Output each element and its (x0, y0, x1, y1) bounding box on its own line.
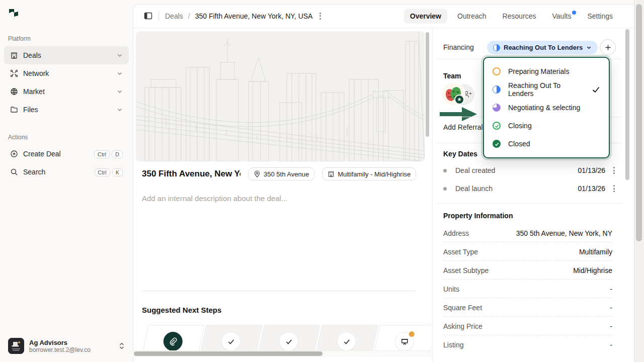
divider (436, 203, 622, 204)
row-options-kebab-icon[interactable] (611, 183, 617, 194)
sidebar-item-label: Deals (23, 51, 41, 59)
menu-item-closed[interactable]: Closed (484, 135, 609, 153)
network-icon (10, 69, 18, 77)
breadcrumb-separator: / (188, 12, 190, 20)
financing-status-dropdown[interactable]: Reaching Out To Lenders (487, 41, 598, 54)
step-4[interactable] (315, 325, 378, 351)
globe-icon (10, 87, 18, 96)
asset-type-badge[interactable]: Multifamily - Mid/Highrise (322, 167, 416, 180)
step-attachments[interactable] (142, 325, 205, 351)
status-check-solid-icon (493, 140, 501, 148)
sidebar-item-label: Files (23, 106, 38, 114)
tab-bar: Overview Outreach Resources Vaults Setti… (404, 4, 619, 28)
easel-icon (400, 337, 409, 346)
sidebar-item-label: Market (23, 87, 45, 96)
sidebar: Platform Deals Network Market Files Acti… (0, 0, 133, 362)
property-row-square-feet: Square Feet- (443, 299, 612, 317)
tab-resources[interactable]: Resources (497, 9, 542, 24)
horizontal-scrollbar-thumb[interactable] (134, 351, 323, 356)
avatar (8, 338, 24, 354)
paperclip-icon (169, 337, 178, 346)
deal-header: Deals / 350 Fifth Avenue, New York, NY, … (133, 4, 634, 28)
plus-circle-icon (10, 150, 18, 158)
menu-item-reaching-out-to-lenders[interactable]: Reaching Out To Lenders (484, 80, 609, 99)
check-icon (227, 338, 234, 345)
row-options-kebab-icon[interactable] (611, 165, 617, 176)
sidebar-item-network[interactable]: Network (4, 64, 129, 82)
user-email: borrower.test.2@lev.co (29, 346, 91, 353)
step-3[interactable] (257, 325, 320, 351)
shortcut-keys: CtrlD (92, 150, 123, 158)
chevron-down-icon (586, 45, 592, 50)
notification-dot (572, 11, 576, 15)
property-row-address: Address350 5th Avenue, New York, NY (443, 224, 612, 242)
key-dates-title: Key Dates (443, 150, 477, 158)
building-icon (10, 51, 18, 59)
deal-title-row: 350 Fifth Avenue, New Yo 350 5th Avenue … (142, 167, 416, 181)
chevrons-up-down-icon (119, 342, 125, 349)
key-date-row: Deal launch 01/13/26 (443, 184, 617, 193)
add-referral-button[interactable]: Add Referral (443, 123, 483, 131)
platform-section-label: Platform (8, 35, 31, 42)
sidebar-toggle-icon[interactable] (144, 12, 152, 20)
check-icon (285, 338, 292, 345)
search-button[interactable]: Search CtrlK (4, 163, 129, 181)
chevron-down-icon (117, 70, 123, 76)
deal-options-kebab-icon[interactable] (317, 11, 323, 22)
next-steps-title: Suggested Next Steps (142, 306, 221, 314)
hero-image (136, 31, 425, 161)
app-logo (7, 7, 20, 20)
sidebar-item-files[interactable]: Files (4, 101, 129, 119)
property-row-asking-price: Asking Price- (443, 317, 612, 335)
chevron-down-icon (117, 88, 123, 95)
main-scrollbar-thumb[interactable] (426, 32, 429, 137)
notification-dot (409, 331, 415, 337)
deal-title[interactable]: 350 Fifth Avenue, New Yo (142, 169, 240, 179)
financing-status-menu: Preparing Materials Reaching Out To Lend… (483, 57, 610, 158)
plus-icon (604, 44, 612, 51)
menu-item-preparing-materials[interactable]: Preparing Materials (484, 62, 609, 80)
property-row-units: Units- (443, 280, 612, 298)
add-button[interactable] (600, 39, 616, 55)
property-row-asset-type: Asset TypeMultifamily (443, 243, 612, 261)
breadcrumb-current: 350 Fifth Avenue, New York, NY, USA (195, 12, 313, 20)
create-deal-label: Create Deal (23, 150, 61, 158)
status-half-circle-icon (493, 44, 500, 51)
step-presentation[interactable] (373, 325, 431, 351)
sidebar-item-market[interactable]: Market (4, 82, 129, 101)
panel-scrollbar-thumb[interactable] (625, 29, 629, 180)
check-icon (343, 338, 350, 345)
status-pie-icon (493, 104, 501, 112)
tab-overview[interactable]: Overview (404, 9, 447, 24)
bullet-dot (443, 169, 447, 172)
tab-vaults[interactable]: Vaults (546, 9, 578, 24)
chevron-down-icon (117, 52, 123, 58)
key-date-row: Deal created 01/13/26 (443, 166, 617, 175)
page-scrollbar-thumb[interactable] (636, 4, 642, 241)
green-arrow-annotation (439, 99, 479, 124)
search-icon (10, 168, 18, 176)
bullet-dot (443, 187, 447, 191)
status-half-circle-icon (493, 85, 501, 94)
tab-outreach[interactable]: Outreach (451, 9, 493, 24)
menu-item-closing[interactable]: Closing (484, 117, 609, 135)
status-ring-icon (493, 67, 501, 75)
user-name: Ag Advisors (29, 339, 91, 346)
property-information-title: Property Information (443, 212, 513, 220)
divider (158, 12, 159, 21)
map-pin-icon (254, 170, 261, 177)
tab-settings[interactable]: Settings (581, 9, 619, 24)
create-deal-button[interactable]: Create Deal CtrlD (4, 145, 129, 163)
description-input[interactable]: Add an internal description about the de… (142, 194, 287, 203)
menu-item-negotiating-selecting[interactable]: Negotiating & selecting (484, 99, 609, 117)
sidebar-item-deals[interactable]: Deals (4, 46, 129, 64)
breadcrumb-deals[interactable]: Deals (165, 12, 183, 20)
user-account-menu[interactable]: Ag Advisors borrower.test.2@lev.co (4, 334, 129, 358)
next-steps-strip (142, 325, 431, 351)
sidebar-item-label: Network (23, 69, 49, 77)
divider (142, 291, 416, 291)
address-badge[interactable]: 350 5th Avenue (248, 167, 314, 180)
financing-label: Financing (443, 43, 474, 51)
status-text: Reaching Out To Lenders (504, 44, 583, 51)
step-2[interactable] (199, 325, 263, 351)
